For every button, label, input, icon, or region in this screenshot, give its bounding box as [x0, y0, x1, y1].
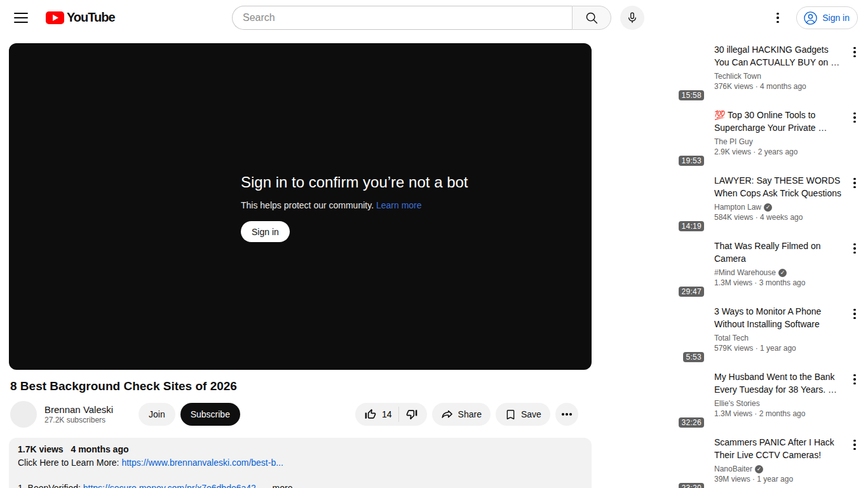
description-box[interactable]: 1.7K views 4 months ago Click Here to Le…	[9, 438, 592, 488]
sidebar-video-channel: Ellie's Stories	[714, 399, 845, 408]
sidebar-video-meta: 579K views · 1 year ago	[714, 344, 845, 353]
subscribe-button[interactable]: Subscribe	[180, 403, 240, 426]
video-kebab-menu[interactable]	[848, 45, 862, 59]
sidebar-video-channel: #Mind Warehouse ✓	[714, 268, 845, 277]
sidebar-video-item[interactable]: 14:19 LAWYER: Say THESE WORDS When Cops …	[600, 174, 862, 234]
kebab-icon	[853, 309, 856, 320]
sidebar-video-title[interactable]: My Husband Went to the Bank Every Tuesda…	[714, 370, 845, 396]
sidebar-video-item[interactable]: 15:58 30 illegal HACKING Gadgets You Can…	[600, 43, 862, 103]
video-title: 8 Best Background Check Sites of 2026	[10, 379, 582, 393]
youtube-logo-text: YouTube	[67, 10, 115, 25]
upload-age: 4 months ago	[71, 444, 129, 454]
video-kebab-menu[interactable]	[848, 111, 862, 125]
header-kebab-menu[interactable]	[770, 10, 785, 25]
view-count: 1.7K views	[18, 444, 64, 454]
more-actions-button[interactable]	[555, 403, 578, 426]
share-icon	[441, 408, 454, 421]
sidebar-video-meta: 376K views · 4 months ago	[714, 82, 845, 91]
video-thumbnail[interactable]: 14:19	[600, 174, 707, 234]
video-kebab-menu[interactable]	[848, 372, 862, 386]
video-thumbnail[interactable]: 5:53	[600, 305, 707, 365]
description-line-2: 1. BeenVerified: https://secure.money.co…	[18, 483, 583, 488]
channel-name[interactable]: Brennan Valeski	[44, 404, 125, 415]
sidebar-video-list: 15:58 30 illegal HACKING Gadgets You Can…	[600, 43, 862, 488]
person-icon	[803, 11, 818, 25]
join-button[interactable]: Join	[139, 403, 175, 426]
video-kebab-menu[interactable]	[848, 438, 862, 452]
duration-badge: 23:20	[679, 483, 704, 488]
share-label: Share	[458, 409, 482, 419]
save-label: Save	[521, 409, 541, 419]
video-thumbnail[interactable]: 15:58	[600, 43, 707, 103]
duration-badge: 29:47	[679, 287, 704, 297]
search-button[interactable]	[572, 6, 611, 30]
player-signin-button[interactable]: Sign in	[241, 221, 290, 242]
video-kebab-menu[interactable]	[848, 241, 862, 255]
description-line-1: Click Here to Learn More: https://www.br…	[18, 458, 583, 468]
sidebar-video-channel: Hampton Law ✓	[714, 203, 845, 212]
sidebar-video-meta: 1.3M views · 3 months ago	[714, 278, 845, 287]
player-signin-overlay: Sign in to confirm you’re not a bot This…	[241, 173, 468, 242]
thumbs-down-icon	[405, 408, 418, 421]
search-icon	[585, 11, 599, 25]
video-player[interactable]: Sign in to confirm you’re not a bot This…	[9, 43, 592, 370]
search-input[interactable]	[232, 6, 572, 30]
dislike-button[interactable]	[399, 403, 427, 426]
channel-avatar[interactable]	[10, 401, 37, 428]
sidebar-video-item[interactable]: 32:26 My Husband Went to the Bank Every …	[600, 370, 862, 430]
kebab-icon	[853, 440, 856, 451]
sidebar-video-channel: Techlick Town	[714, 72, 845, 81]
header-signin-label: Sign in	[822, 13, 850, 23]
player-message-subtitle: This helps protect our community.	[241, 200, 374, 210]
sidebar-video-title[interactable]: 3 Ways to Monitor A Phone Without Instal…	[714, 305, 845, 330]
sidebar-video-channel: Total Tech	[714, 334, 845, 342]
share-button[interactable]: Share	[432, 403, 491, 426]
sidebar-video-title[interactable]: 30 illegal HACKING Gadgets You Can ACTUA…	[714, 43, 845, 69]
like-count: 14	[382, 409, 392, 419]
duration-badge: 32:26	[679, 417, 704, 428]
save-button[interactable]: Save	[496, 403, 550, 426]
kebab-icon	[853, 47, 856, 58]
sidebar-video-item[interactable]: 5:53 3 Ways to Monitor A Phone Without I…	[600, 305, 862, 365]
learn-more-link[interactable]: Learn more	[376, 200, 422, 210]
sidebar-video-channel: NanoBaiter ✓	[714, 464, 845, 473]
video-actions: 14 Share Save	[355, 403, 578, 426]
show-more-label[interactable]: ...more	[265, 483, 293, 488]
verified-badge-icon: ✓	[778, 269, 787, 277]
video-kebab-menu[interactable]	[848, 307, 862, 321]
ellipsis-icon	[562, 413, 564, 416]
sidebar-video-item[interactable]: 23:20 Scammers PANIC After I Hack Their …	[600, 436, 862, 488]
video-thumbnail[interactable]: 29:47	[600, 240, 707, 299]
sidebar-video-meta: 2.9K views · 2 years ago	[714, 147, 845, 156]
search-bar	[232, 6, 644, 30]
duration-badge: 14:19	[679, 221, 704, 231]
description-link-2[interactable]: https://secure.money.com/pr/x7e6dbde6a42	[83, 483, 256, 488]
menu-icon[interactable]	[14, 11, 28, 25]
bookmark-icon	[505, 409, 517, 421]
sidebar-video-title[interactable]: Scammers PANIC After I Hack Their Live C…	[714, 436, 845, 461]
kebab-icon	[853, 374, 856, 385]
sidebar-video-item[interactable]: 29:47 That Was Really Filmed on Camera #…	[600, 240, 862, 299]
kebab-icon	[853, 112, 856, 123]
description-meta: 1.7K views 4 months ago	[18, 444, 583, 454]
youtube-logo[interactable]: YouTube	[46, 10, 115, 25]
duration-badge: 15:58	[679, 90, 704, 100]
like-button[interactable]: 14	[355, 403, 398, 426]
sidebar-video-meta: 39M views · 1 year ago	[714, 475, 845, 484]
video-thumbnail[interactable]: 23:20	[600, 436, 707, 488]
sidebar-video-meta: 584K views · 4 weeks ago	[714, 213, 845, 222]
sidebar-video-item[interactable]: 19:53 💯 Top 30 Online Tools to Superchar…	[600, 109, 862, 168]
sidebar-video-title[interactable]: 💯 Top 30 Online Tools to Supercharge You…	[714, 109, 845, 134]
header-signin-button[interactable]: Sign in	[796, 6, 858, 29]
sidebar-video-meta: 1.3M views · 2 months ago	[714, 409, 845, 418]
sidebar-video-title[interactable]: LAWYER: Say THESE WORDS When Cops Ask Tr…	[714, 174, 845, 200]
duration-badge: 5:53	[683, 352, 704, 362]
sidebar-video-title[interactable]: That Was Really Filmed on Camera	[714, 240, 845, 265]
kebab-icon	[853, 243, 856, 254]
description-link-1[interactable]: https://www.brennanvaleski.com/best-b...	[121, 458, 283, 468]
video-thumbnail[interactable]: 19:53	[600, 109, 707, 168]
video-kebab-menu[interactable]	[848, 176, 862, 190]
video-thumbnail[interactable]: 32:26	[600, 370, 707, 430]
voice-search-button[interactable]	[620, 6, 644, 30]
sidebar-video-channel: The PI Guy	[714, 137, 845, 146]
